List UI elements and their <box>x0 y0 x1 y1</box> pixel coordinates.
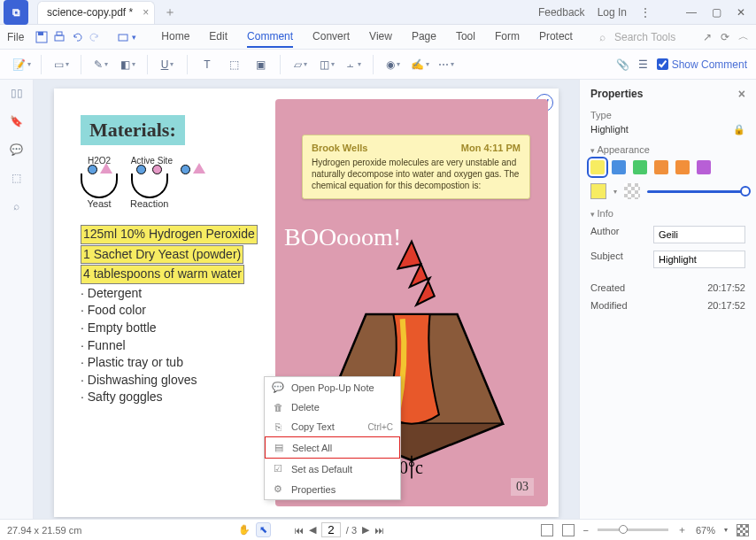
zoom-slider[interactable] <box>598 528 668 531</box>
zoom-out-icon[interactable]: − <box>583 525 589 536</box>
text-tool[interactable]: T <box>195 53 220 76</box>
color-swatch[interactable] <box>633 160 647 174</box>
eraser-tool[interactable]: ◧ <box>115 53 140 76</box>
measure-tool[interactable]: ⫠ <box>341 53 366 76</box>
more-icon[interactable]: ⋮ <box>639 6 652 19</box>
tab-page[interactable]: Page <box>412 27 436 48</box>
context-menu-item[interactable]: ☑Set as Default <box>265 459 400 479</box>
transparency-toggle[interactable] <box>624 183 640 199</box>
materials-list: 125ml 10% Hydrogen Peroxide 1 Sachet Dry… <box>81 225 266 406</box>
comments-panel-icon[interactable]: 💬 <box>10 143 23 156</box>
file-menu[interactable]: File <box>7 31 24 43</box>
close-window-button[interactable]: ✕ <box>735 6 747 19</box>
context-menu-item[interactable]: ▤Select All <box>265 436 400 459</box>
bookmarks-icon[interactable]: 🔖 <box>10 115 23 127</box>
quick-print-icon[interactable] <box>116 30 130 44</box>
tab-convert[interactable]: Convert <box>312 27 350 48</box>
new-tab-button[interactable]: ＋ <box>164 4 176 20</box>
share-icon[interactable]: ↗ <box>703 31 712 43</box>
highlight-annotation[interactable]: 1 Sachet Dry Yeast (powder) <box>81 245 243 265</box>
first-page-icon[interactable]: ⏮ <box>294 525 304 536</box>
next-page-icon[interactable]: ▶ <box>362 524 369 536</box>
select-tool-icon[interactable]: ⬉ <box>256 522 271 537</box>
color-swatch[interactable] <box>654 160 668 174</box>
page-total: / 3 <box>346 525 357 536</box>
menubar: File ▾ Home Edit Comment Convert View Pa… <box>0 25 756 50</box>
color-swatch[interactable] <box>697 160 711 174</box>
shape-tool[interactable]: ▱ <box>288 53 312 76</box>
show-comment-checkbox[interactable] <box>657 58 668 70</box>
thumbnails-icon[interactable]: ▯▯ <box>11 87 23 99</box>
last-page-icon[interactable]: ⏭ <box>374 525 384 536</box>
search-tools-icon[interactable]: ⌕ <box>599 31 606 43</box>
highlight-annotation[interactable]: 125ml 10% Hydrogen Peroxide <box>81 225 258 244</box>
page-input[interactable] <box>321 522 341 537</box>
tab-tool[interactable]: Tool <box>456 27 475 48</box>
highlight-tool[interactable]: ▭ <box>49 53 73 76</box>
opacity-slider[interactable] <box>647 190 745 193</box>
attachment-icon[interactable]: 📎 <box>616 58 629 71</box>
highlight-annotation[interactable]: 4 tablespoons of warm water <box>81 265 244 284</box>
appearance-section[interactable]: Appearance <box>590 144 745 155</box>
cloud-icon[interactable]: ⟳ <box>721 31 729 43</box>
more-tools[interactable]: ⋯ <box>434 53 459 76</box>
search-tools-input[interactable] <box>614 31 694 43</box>
tab-protect[interactable]: Protect <box>539 27 573 48</box>
context-menu-item[interactable]: ⚙Properties <box>265 479 400 499</box>
context-menu-item[interactable]: 🗑Delete <box>265 397 400 417</box>
context-menu-item[interactable]: ⎘Copy TextCtrl+C <box>265 417 400 436</box>
menu-item-shortcut: Ctrl+C <box>367 422 393 432</box>
search-panel-icon[interactable]: ⌕ <box>13 200 19 212</box>
redo-icon[interactable] <box>88 30 102 44</box>
author-input[interactable] <box>653 226 745 243</box>
pencil-tool[interactable]: ✎ <box>89 53 113 76</box>
created-label: Created <box>590 282 625 293</box>
callout-tool[interactable]: ▣ <box>248 53 273 76</box>
document-canvas[interactable]: W Materials: H2O2 Yeast Active Site <box>34 80 579 519</box>
document-tab[interactable]: science-copy.pdf * × <box>37 1 155 24</box>
app-icon: ⧉ <box>4 0 28 25</box>
zoom-in-icon[interactable]: ＋ <box>677 523 687 536</box>
stamp2-tool[interactable]: ◉ <box>381 53 405 76</box>
fit-page-view-icon[interactable] <box>562 524 575 536</box>
lock-icon[interactable]: 🔒 <box>733 124 745 135</box>
tab-home[interactable]: Home <box>161 27 189 48</box>
print-icon[interactable] <box>52 30 66 44</box>
fullscreen-icon[interactable] <box>737 524 749 536</box>
show-comment-toggle[interactable]: Show Comment <box>657 58 747 71</box>
color-swatch[interactable] <box>675 160 690 174</box>
tab-comment[interactable]: Comment <box>247 27 293 48</box>
close-tab-icon[interactable]: × <box>143 6 149 19</box>
context-menu-item[interactable]: 💬Open Pop-Up Note <box>265 377 400 397</box>
manage-comments-icon[interactable]: ☰ <box>638 58 648 71</box>
login-link[interactable]: Log In <box>598 6 627 19</box>
single-page-view-icon[interactable] <box>541 524 553 536</box>
sticky-note[interactable]: Brook Wells Mon 4:11 PM Hydrogen peroxid… <box>302 135 530 199</box>
maximize-button[interactable]: ▢ <box>710 6 722 19</box>
attachments-panel-icon[interactable]: ⬚ <box>12 172 21 184</box>
minimize-button[interactable]: — <box>685 6 698 19</box>
titlebar: ⧉ science-copy.pdf * × ＋ Feedback Log In… <box>0 0 756 25</box>
current-color-swatch[interactable] <box>590 183 606 199</box>
menu-item-label: Set as Default <box>291 464 352 474</box>
tab-view[interactable]: View <box>369 27 392 48</box>
close-panel-icon[interactable]: × <box>738 87 745 101</box>
prev-page-icon[interactable]: ◀ <box>309 524 316 536</box>
collapse-ribbon-icon[interactable]: ︿ <box>738 29 749 44</box>
subject-input[interactable] <box>653 251 745 268</box>
tab-form[interactable]: Form <box>495 27 520 48</box>
color-swatch[interactable] <box>612 160 626 174</box>
signature-tool[interactable]: ✍ <box>407 53 432 76</box>
note-tool[interactable]: 📝 <box>9 53 34 76</box>
save-icon[interactable] <box>35 30 49 44</box>
undo-icon[interactable] <box>70 30 84 44</box>
hand-tool-icon[interactable]: ✋ <box>238 524 251 536</box>
info-section[interactable]: Info <box>590 208 745 219</box>
stamp-tool[interactable]: ◫ <box>314 53 339 76</box>
menu-item-icon: 💬 <box>272 382 284 393</box>
underline-tool[interactable]: U <box>155 53 180 76</box>
textbox-tool[interactable]: ⬚ <box>221 53 246 76</box>
feedback-link[interactable]: Feedback <box>538 6 585 19</box>
color-swatch[interactable] <box>590 160 605 174</box>
tab-edit[interactable]: Edit <box>209 27 228 48</box>
